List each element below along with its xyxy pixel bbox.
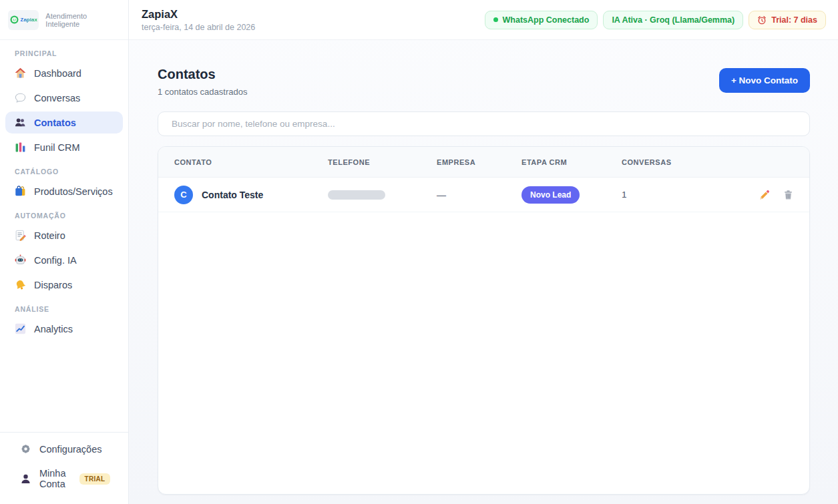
delete-contact-button[interactable] bbox=[783, 190, 793, 200]
nav-section-automacao: AUTOMAÇÃO bbox=[15, 212, 114, 220]
table-row[interactable]: C Contato Teste — Novo Lead 1 bbox=[158, 178, 809, 212]
person-icon bbox=[20, 473, 31, 485]
phone-redacted bbox=[328, 190, 385, 200]
people-icon bbox=[15, 117, 26, 128]
sidebar-item-label: Contatos bbox=[34, 117, 76, 128]
sidebar-item-dashboard[interactable]: Dashboard bbox=[5, 62, 123, 84]
sidebar-item-label: Dashboard bbox=[34, 68, 81, 79]
trial-status-badge: Trial: 7 dias bbox=[749, 11, 826, 29]
memo-icon bbox=[15, 230, 26, 241]
sidebar-item-contatos[interactable]: Contatos bbox=[5, 111, 123, 134]
nav-section-principal: PRINCIPAL bbox=[15, 49, 114, 57]
topbar-date: terça-feira, 14 de abril de 2026 bbox=[142, 23, 255, 32]
trial-status-label: Trial: 7 dias bbox=[771, 15, 817, 25]
contacts-table-card: CONTATO TELEFONE EMPRESA ETAPA CRM CONVE… bbox=[158, 146, 810, 495]
bell-icon bbox=[15, 279, 26, 290]
sidebar-item-label: Disparos bbox=[34, 280, 72, 290]
page-subtitle: 1 contatos cadastrados bbox=[158, 87, 247, 97]
column-header-conversas: CONVERSAS bbox=[622, 158, 718, 166]
sidebar-item-conversas[interactable]: Conversas bbox=[5, 87, 123, 109]
edit-contact-button[interactable] bbox=[759, 190, 770, 200]
sidebar-nav: PRINCIPAL Dashboard Conversas Contatos bbox=[0, 40, 128, 432]
bar-chart-icon bbox=[15, 142, 26, 153]
sidebar-item-minha-conta[interactable]: Minha Conta TRIAL bbox=[11, 463, 118, 495]
topbar-title: ZapiaX bbox=[142, 8, 255, 21]
column-header-etapa-crm: ETAPA CRM bbox=[521, 158, 622, 166]
new-contact-button[interactable]: + Novo Contato bbox=[719, 68, 810, 93]
logo-text: Zapiax bbox=[21, 17, 37, 23]
sidebar-item-label: Conversas bbox=[34, 93, 80, 103]
lead-stage-badge: Novo Lead bbox=[521, 186, 580, 204]
chat-bubble-icon bbox=[15, 92, 26, 103]
content-header: Contatos 1 contatos cadastrados + Novo C… bbox=[158, 67, 810, 97]
table-header: CONTATO TELEFONE EMPRESA ETAPA CRM CONVE… bbox=[158, 147, 809, 178]
sidebar-item-label: Roteiro bbox=[34, 230, 65, 241]
app-tagline: Atendimento Inteligente bbox=[45, 12, 120, 28]
ia-status-badge: IA Ativa · Groq (Llama/Gemma) bbox=[603, 11, 743, 29]
sidebar-item-label: Minha Conta bbox=[39, 468, 66, 489]
sidebar-footer: Configurações Minha Conta TRIAL bbox=[0, 432, 128, 504]
topbar: ZapiaX terça-feira, 14 de abril de 2026 … bbox=[129, 0, 838, 40]
topbar-title-block: ZapiaX terça-feira, 14 de abril de 2026 bbox=[142, 8, 255, 32]
alarm-clock-icon bbox=[757, 15, 767, 25]
sidebar-header: Zapiax Atendimento Inteligente bbox=[0, 0, 128, 40]
contact-name: Contato Teste bbox=[202, 190, 263, 200]
trial-chip: TRIAL bbox=[79, 473, 111, 485]
avatar: C bbox=[174, 186, 193, 204]
ia-status-label: IA Ativa · Groq (Llama/Gemma) bbox=[612, 15, 735, 25]
sidebar-item-disparos[interactable]: Disparos bbox=[5, 274, 123, 296]
status-badges: WhatsApp Conectado IA Ativa · Groq (Llam… bbox=[485, 11, 826, 29]
pencil-icon bbox=[759, 190, 770, 200]
content: Contatos 1 contatos cadastrados + Novo C… bbox=[129, 40, 838, 504]
column-header-telefone: TELEFONE bbox=[328, 158, 437, 166]
home-icon bbox=[15, 67, 26, 79]
sidebar-item-label: Funil CRM bbox=[34, 142, 79, 153]
whatsapp-status-label: WhatsApp Conectado bbox=[503, 15, 590, 25]
green-dot-icon bbox=[493, 17, 498, 22]
search-input[interactable] bbox=[158, 111, 810, 136]
etapa-cell: Novo Lead bbox=[521, 186, 622, 204]
sidebar-item-roteiro[interactable]: Roteiro bbox=[5, 224, 123, 246]
main-area: ZapiaX terça-feira, 14 de abril de 2026 … bbox=[129, 0, 838, 504]
whatsapp-logo-icon bbox=[10, 15, 19, 24]
sidebar-item-label: Configurações bbox=[39, 444, 102, 455]
chart-line-icon bbox=[15, 323, 26, 334]
shopping-bag-icon bbox=[15, 186, 26, 197]
row-actions bbox=[718, 190, 793, 200]
trash-icon bbox=[783, 190, 793, 200]
page-title-block: Contatos 1 contatos cadastrados bbox=[158, 67, 247, 97]
empresa-cell: — bbox=[437, 190, 521, 200]
column-header-contato: CONTATO bbox=[174, 158, 328, 166]
robot-icon bbox=[15, 254, 26, 266]
page-title: Contatos bbox=[158, 67, 247, 82]
column-header-empresa: EMPRESA bbox=[437, 158, 521, 166]
contact-cell: C Contato Teste bbox=[174, 186, 328, 204]
gear-icon bbox=[20, 443, 31, 455]
whatsapp-status-badge: WhatsApp Conectado bbox=[485, 11, 598, 29]
conversas-cell: 1 bbox=[622, 190, 718, 200]
sidebar-item-config-ia[interactable]: Config. IA bbox=[5, 249, 123, 271]
phone-cell bbox=[328, 190, 437, 200]
sidebar-item-label: Produtos/Serviços bbox=[34, 186, 113, 197]
sidebar-item-configuracoes[interactable]: Configurações bbox=[11, 438, 118, 460]
sidebar-item-label: Config. IA bbox=[34, 255, 77, 266]
sidebar: Zapiax Atendimento Inteligente PRINCIPAL… bbox=[0, 0, 129, 504]
nav-section-analise: ANÁLISE bbox=[15, 305, 114, 313]
nav-section-catalogo: CATÁLOGO bbox=[15, 168, 114, 176]
sidebar-item-analytics[interactable]: Analytics bbox=[5, 318, 123, 340]
sidebar-item-produtos-servicos[interactable]: Produtos/Serviços bbox=[5, 180, 123, 202]
sidebar-item-funil-crm[interactable]: Funil CRM bbox=[5, 136, 123, 158]
sidebar-item-label: Analytics bbox=[34, 324, 73, 334]
app-logo: Zapiax bbox=[8, 10, 39, 30]
